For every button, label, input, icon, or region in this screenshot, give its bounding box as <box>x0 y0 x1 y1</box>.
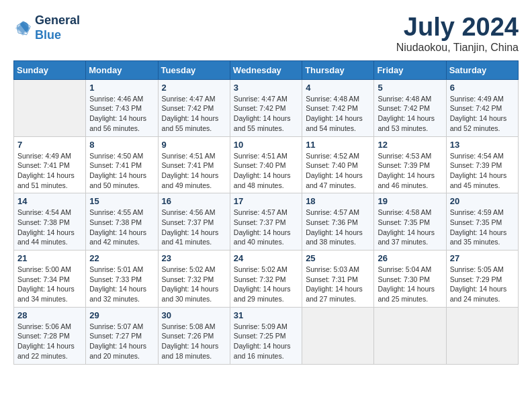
cell-content: Sunrise: 5:07 AM Sunset: 7:27 PM Dayligh… <box>89 322 154 361</box>
cell-content: Sunrise: 5:01 AM Sunset: 7:33 PM Dayligh… <box>89 265 154 304</box>
day-number: 24 <box>234 253 298 263</box>
day-number: 28 <box>17 310 82 320</box>
cell-content: Sunrise: 4:49 AM Sunset: 7:42 PM Dayligh… <box>450 94 515 134</box>
day-number: 29 <box>89 310 154 320</box>
cell-content: Sunrise: 4:49 AM Sunset: 7:41 PM Dayligh… <box>17 151 82 191</box>
week-row-5: 28Sunrise: 5:06 AM Sunset: 7:28 PM Dayli… <box>14 307 519 364</box>
cell-content: Sunrise: 5:03 AM Sunset: 7:31 PM Dayligh… <box>306 265 370 304</box>
day-number: 3 <box>234 83 298 93</box>
day-number: 16 <box>162 196 226 206</box>
logo-text: General Blue <box>35 13 80 42</box>
cell-content: Sunrise: 5:02 AM Sunset: 7:32 PM Dayligh… <box>234 265 298 304</box>
cell-content: Sunrise: 4:54 AM Sunset: 7:38 PM Dayligh… <box>17 208 82 247</box>
calendar-cell: 5Sunrise: 4:48 AM Sunset: 7:42 PM Daylig… <box>374 79 446 136</box>
calendar-cell: 14Sunrise: 4:54 AM Sunset: 7:38 PM Dayli… <box>14 193 86 250</box>
day-header-wednesday: Wednesday <box>230 60 302 79</box>
day-number: 9 <box>162 140 226 150</box>
cell-content: Sunrise: 5:00 AM Sunset: 7:34 PM Dayligh… <box>17 265 82 304</box>
calendar-cell: 11Sunrise: 4:52 AM Sunset: 7:40 PM Dayli… <box>302 136 374 193</box>
cell-content: Sunrise: 4:47 AM Sunset: 7:42 PM Dayligh… <box>234 94 298 134</box>
week-row-4: 21Sunrise: 5:00 AM Sunset: 7:34 PM Dayli… <box>14 250 519 308</box>
calendar-cell: 21Sunrise: 5:00 AM Sunset: 7:34 PM Dayli… <box>14 250 86 308</box>
day-number: 22 <box>89 253 154 263</box>
calendar-table: SundayMondayTuesdayWednesdayThursdayFrid… <box>13 60 519 365</box>
month-title: July 2024 <box>396 13 519 42</box>
day-number: 30 <box>162 310 226 320</box>
day-number: 19 <box>378 196 442 206</box>
cell-content: Sunrise: 4:59 AM Sunset: 7:35 PM Dayligh… <box>450 208 515 247</box>
calendar-cell: 28Sunrise: 5:06 AM Sunset: 7:28 PM Dayli… <box>14 307 86 364</box>
cell-content: Sunrise: 4:50 AM Sunset: 7:41 PM Dayligh… <box>89 151 154 191</box>
calendar-cell: 18Sunrise: 4:57 AM Sunset: 7:36 PM Dayli… <box>302 193 374 250</box>
calendar-cell: 31Sunrise: 5:09 AM Sunset: 7:25 PM Dayli… <box>230 307 302 364</box>
day-header-saturday: Saturday <box>446 60 518 79</box>
day-number: 31 <box>234 310 298 320</box>
cell-content: Sunrise: 5:05 AM Sunset: 7:29 PM Dayligh… <box>450 265 515 304</box>
calendar-cell: 23Sunrise: 5:02 AM Sunset: 7:32 PM Dayli… <box>158 250 230 308</box>
calendar-cell: 26Sunrise: 5:04 AM Sunset: 7:30 PM Dayli… <box>374 250 446 308</box>
calendar-cell: 3Sunrise: 4:47 AM Sunset: 7:42 PM Daylig… <box>230 79 302 136</box>
cell-content: Sunrise: 5:02 AM Sunset: 7:32 PM Dayligh… <box>162 265 226 304</box>
week-row-2: 7Sunrise: 4:49 AM Sunset: 7:41 PM Daylig… <box>14 136 519 193</box>
day-number: 12 <box>378 140 442 150</box>
calendar-cell: 4Sunrise: 4:48 AM Sunset: 7:42 PM Daylig… <box>302 79 374 136</box>
calendar-cell <box>302 307 374 364</box>
calendar-cell: 12Sunrise: 4:53 AM Sunset: 7:39 PM Dayli… <box>374 136 446 193</box>
week-row-3: 14Sunrise: 4:54 AM Sunset: 7:38 PM Dayli… <box>14 193 519 250</box>
cell-content: Sunrise: 4:53 AM Sunset: 7:39 PM Dayligh… <box>378 151 442 191</box>
calendar-cell: 1Sunrise: 4:46 AM Sunset: 7:43 PM Daylig… <box>86 79 158 136</box>
cell-content: Sunrise: 4:48 AM Sunset: 7:42 PM Dayligh… <box>378 94 442 134</box>
calendar-cell: 16Sunrise: 4:56 AM Sunset: 7:37 PM Dayli… <box>158 193 230 250</box>
day-number: 26 <box>378 253 442 263</box>
day-number: 20 <box>450 196 515 206</box>
day-number: 21 <box>17 253 82 263</box>
cell-content: Sunrise: 4:52 AM Sunset: 7:40 PM Dayligh… <box>306 151 370 191</box>
calendar-cell: 15Sunrise: 4:55 AM Sunset: 7:38 PM Dayli… <box>86 193 158 250</box>
cell-content: Sunrise: 4:55 AM Sunset: 7:38 PM Dayligh… <box>89 208 154 247</box>
day-number: 23 <box>162 253 226 263</box>
day-number: 7 <box>17 140 82 150</box>
calendar-cell <box>446 307 518 364</box>
calendar-cell: 30Sunrise: 5:08 AM Sunset: 7:26 PM Dayli… <box>158 307 230 364</box>
cell-content: Sunrise: 4:58 AM Sunset: 7:35 PM Dayligh… <box>378 208 442 247</box>
day-number: 18 <box>306 196 370 206</box>
day-header-friday: Friday <box>374 60 446 79</box>
location: Niudaokou, Tianjin, China <box>396 42 519 54</box>
day-number: 11 <box>306 140 370 150</box>
day-number: 13 <box>450 140 515 150</box>
cell-content: Sunrise: 5:04 AM Sunset: 7:30 PM Dayligh… <box>378 265 442 304</box>
day-number: 25 <box>306 253 370 263</box>
calendar-cell: 19Sunrise: 4:58 AM Sunset: 7:35 PM Dayli… <box>374 193 446 250</box>
cell-content: Sunrise: 4:51 AM Sunset: 7:40 PM Dayligh… <box>234 151 298 191</box>
calendar-cell: 27Sunrise: 5:05 AM Sunset: 7:29 PM Dayli… <box>446 250 518 308</box>
calendar-cell: 2Sunrise: 4:47 AM Sunset: 7:42 PM Daylig… <box>158 79 230 136</box>
day-number: 1 <box>89 83 154 93</box>
calendar-cell: 20Sunrise: 4:59 AM Sunset: 7:35 PM Dayli… <box>446 193 518 250</box>
day-number: 5 <box>378 83 442 93</box>
cell-content: Sunrise: 4:48 AM Sunset: 7:42 PM Dayligh… <box>306 94 370 134</box>
cell-content: Sunrise: 4:47 AM Sunset: 7:42 PM Dayligh… <box>162 94 226 134</box>
calendar-cell: 13Sunrise: 4:54 AM Sunset: 7:39 PM Dayli… <box>446 136 518 193</box>
logo: General Blue <box>13 13 80 42</box>
calendar-cell: 25Sunrise: 5:03 AM Sunset: 7:31 PM Dayli… <box>302 250 374 308</box>
cell-content: Sunrise: 4:51 AM Sunset: 7:41 PM Dayligh… <box>162 151 226 191</box>
cell-content: Sunrise: 4:56 AM Sunset: 7:37 PM Dayligh… <box>162 208 226 247</box>
day-number: 8 <box>89 140 154 150</box>
day-header-tuesday: Tuesday <box>158 60 230 79</box>
calendar-cell: 8Sunrise: 4:50 AM Sunset: 7:41 PM Daylig… <box>86 136 158 193</box>
day-number: 14 <box>17 196 82 206</box>
calendar-cell: 7Sunrise: 4:49 AM Sunset: 7:41 PM Daylig… <box>14 136 86 193</box>
cell-content: Sunrise: 4:57 AM Sunset: 7:36 PM Dayligh… <box>306 208 370 247</box>
day-number: 2 <box>162 83 226 93</box>
calendar-cell: 10Sunrise: 4:51 AM Sunset: 7:40 PM Dayli… <box>230 136 302 193</box>
calendar-cell <box>374 307 446 364</box>
day-number: 15 <box>89 196 154 206</box>
calendar-cell: 22Sunrise: 5:01 AM Sunset: 7:33 PM Dayli… <box>86 250 158 308</box>
day-number: 17 <box>234 196 298 206</box>
calendar-cell: 24Sunrise: 5:02 AM Sunset: 7:32 PM Dayli… <box>230 250 302 308</box>
calendar-cell <box>14 79 86 136</box>
day-number: 4 <box>306 83 370 93</box>
calendar-cell: 17Sunrise: 4:57 AM Sunset: 7:37 PM Dayli… <box>230 193 302 250</box>
title-block: July 2024 Niudaokou, Tianjin, China <box>396 13 519 54</box>
page-header: General Blue July 2024 Niudaokou, Tianji… <box>13 13 519 54</box>
